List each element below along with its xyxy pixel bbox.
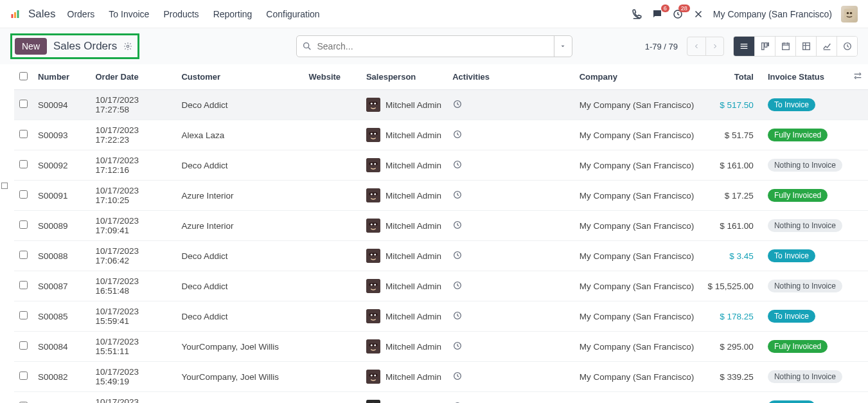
select-all-checkbox[interactable] xyxy=(19,72,28,80)
user-avatar[interactable] xyxy=(841,6,858,22)
salesperson-avatar xyxy=(366,279,380,293)
cell-date: 10/17/2023 17:12:16 xyxy=(90,150,176,181)
col-options[interactable] xyxy=(847,64,868,90)
search-dropdown-toggle[interactable] xyxy=(554,36,572,57)
status-badge: Fully Invoiced xyxy=(768,340,828,353)
view-activity-icon[interactable] xyxy=(837,37,857,56)
clock-icon[interactable] xyxy=(452,253,463,262)
cell-number: S00092 xyxy=(33,150,90,181)
nav-orders[interactable]: Orders xyxy=(67,9,95,19)
col-customer[interactable]: Customer xyxy=(176,64,303,90)
salesperson-avatar xyxy=(366,339,380,354)
col-invoice-status[interactable]: Invoice Status xyxy=(759,64,847,90)
view-kanban-icon[interactable] xyxy=(754,37,775,56)
col-date[interactable]: Order Date xyxy=(90,64,176,90)
svg-rect-74 xyxy=(369,373,378,377)
clock-icon[interactable] xyxy=(452,132,463,141)
right-controls: 1-79 / 79 xyxy=(645,36,858,57)
tools-icon[interactable] xyxy=(693,8,704,20)
table-row[interactable]: S0008410/17/2023 15:51:11YourCompany, Jo… xyxy=(14,332,868,362)
col-salesperson[interactable]: Salesperson xyxy=(361,64,447,90)
nav-to-invoice[interactable]: To Invoice xyxy=(109,9,149,19)
row-checkbox[interactable] xyxy=(19,372,28,380)
company-selector[interactable]: My Company (San Francisco) xyxy=(713,9,832,19)
cell-total: $ 339.25 xyxy=(701,362,759,392)
row-checkbox[interactable] xyxy=(19,100,28,108)
svg-rect-21 xyxy=(802,43,810,50)
cell-company: My Company (San Francisco) xyxy=(574,181,702,211)
phone-support-icon[interactable] xyxy=(631,8,642,20)
clock-icon[interactable] xyxy=(452,283,463,292)
cell-options xyxy=(847,301,868,332)
col-activities[interactable]: Activities xyxy=(447,64,574,90)
svg-rect-16 xyxy=(768,43,768,46)
search-input[interactable] xyxy=(317,41,554,51)
view-graph-icon[interactable] xyxy=(816,37,837,56)
pager-next[interactable] xyxy=(705,37,723,55)
table-row[interactable]: S0009310/17/2023 17:22:23Alexa LazaMitch… xyxy=(14,120,868,150)
nav-reporting[interactable]: Reporting xyxy=(213,9,252,19)
nav-configuration[interactable]: Configuration xyxy=(266,9,319,19)
table-row[interactable]: S0007910/17/2023 14:40:23YourCompany, Ma… xyxy=(14,392,868,404)
clock-icon[interactable] xyxy=(452,102,463,111)
table-wrap: Number Order Date Customer Website Sales… xyxy=(0,64,868,403)
svg-rect-5 xyxy=(844,8,855,19)
app-name[interactable]: Sales xyxy=(28,8,56,21)
salesperson-avatar xyxy=(366,249,380,263)
cell-status: To Invoice xyxy=(759,90,847,120)
view-list-icon[interactable] xyxy=(734,37,754,56)
clock-icon[interactable] xyxy=(452,162,463,172)
table-row[interactable]: S0008210/17/2023 15:49:19YourCompany, Jo… xyxy=(14,362,868,392)
status-badge: Fully Invoiced xyxy=(768,189,828,202)
clock-icon[interactable] xyxy=(452,373,463,383)
table-row[interactable]: S0009210/17/2023 17:12:16Deco AddictMitc… xyxy=(14,150,868,181)
table-row[interactable]: S0008810/17/2023 17:06:42Deco AddictMitc… xyxy=(14,241,868,271)
clock-icon[interactable] xyxy=(452,343,463,353)
cell-options xyxy=(847,392,868,404)
row-checkbox[interactable] xyxy=(19,160,28,168)
svg-point-51 xyxy=(374,224,376,226)
view-pivot-icon[interactable] xyxy=(795,37,816,56)
app-logo-icon[interactable] xyxy=(10,8,22,20)
row-checkbox[interactable] xyxy=(19,190,28,199)
messages-button[interactable]: 6 xyxy=(651,8,663,20)
topbar: Sales Orders To Invoice Products Reporti… xyxy=(0,0,868,28)
cell-status: To Invoice xyxy=(759,301,847,332)
pager-prev[interactable] xyxy=(687,37,705,55)
pager-text[interactable]: 1-79 / 79 xyxy=(645,42,678,51)
view-calendar-icon[interactable] xyxy=(775,37,795,56)
row-checkbox[interactable] xyxy=(19,130,28,138)
cell-customer: Deco Addict xyxy=(176,301,303,332)
activities-button[interactable]: 28 xyxy=(672,8,684,20)
row-checkbox[interactable] xyxy=(19,220,28,229)
top-icons: 6 28 My Company (San Francisco) xyxy=(631,6,858,22)
cell-number: S00089 xyxy=(33,211,90,241)
nav-products[interactable]: Products xyxy=(163,9,199,19)
table-row[interactable]: S0008910/17/2023 17:09:41Azure InteriorM… xyxy=(14,211,868,241)
cell-date: 10/17/2023 17:06:42 xyxy=(90,241,176,271)
row-checkbox[interactable] xyxy=(19,311,28,319)
col-total[interactable]: Total xyxy=(701,64,759,90)
row-checkbox[interactable] xyxy=(19,281,28,289)
table-row[interactable]: S0008510/17/2023 15:59:41Deco AddictMitc… xyxy=(14,301,868,332)
salesperson-avatar xyxy=(366,219,380,233)
salesperson-avatar xyxy=(366,309,380,323)
clock-icon[interactable] xyxy=(452,222,463,232)
table-row[interactable]: S0008710/17/2023 16:51:48Deco AddictMitc… xyxy=(14,271,868,301)
col-number[interactable]: Number xyxy=(33,64,90,90)
table-row[interactable]: S0009110/17/2023 17:10:25Azure InteriorM… xyxy=(14,181,868,211)
new-button[interactable]: New xyxy=(15,38,47,55)
row-checkbox[interactable] xyxy=(19,251,28,259)
svg-point-56 xyxy=(374,254,376,256)
clock-icon[interactable] xyxy=(452,192,463,202)
col-company[interactable]: Company xyxy=(574,64,702,90)
clock-icon[interactable] xyxy=(452,313,463,323)
gear-icon[interactable] xyxy=(123,42,132,51)
cell-customer: Alexa Laza xyxy=(176,120,303,150)
cell-options xyxy=(847,120,868,150)
col-website[interactable]: Website xyxy=(303,64,361,90)
svg-point-9 xyxy=(303,43,308,48)
row-checkbox[interactable] xyxy=(19,341,28,350)
table-row[interactable]: S0009410/17/2023 17:27:58Deco AddictMitc… xyxy=(14,90,868,120)
cell-status: Fully Invoiced xyxy=(759,120,847,150)
